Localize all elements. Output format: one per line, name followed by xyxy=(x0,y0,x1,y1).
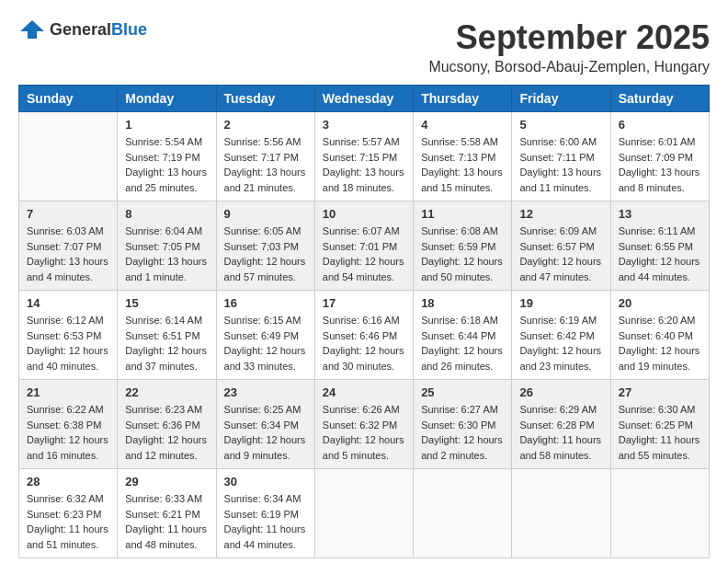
day-info: Sunrise: 6:07 AM Sunset: 7:01 PM Dayligh… xyxy=(323,224,405,284)
calendar-cell: 21Sunrise: 6:22 AM Sunset: 6:38 PM Dayli… xyxy=(19,380,118,469)
day-number: 20 xyxy=(619,296,701,310)
day-info: Sunrise: 6:27 AM Sunset: 6:30 PM Dayligh… xyxy=(421,402,504,463)
calendar-cell: 26Sunrise: 6:29 AM Sunset: 6:28 PM Dayli… xyxy=(512,380,610,469)
calendar-cell: 16Sunrise: 6:15 AM Sunset: 6:49 PM Dayli… xyxy=(216,291,314,380)
day-number: 4 xyxy=(421,118,504,132)
location-title: Mucsony, Borsod-Abauj-Zemplen, Hungary xyxy=(428,59,710,75)
day-info: Sunrise: 6:00 AM Sunset: 7:11 PM Dayligh… xyxy=(519,134,602,195)
day-number: 16 xyxy=(224,296,307,310)
day-info: Sunrise: 6:11 AM Sunset: 6:55 PM Dayligh… xyxy=(619,224,701,284)
calendar-week-row: 28Sunrise: 6:32 AM Sunset: 6:23 PM Dayli… xyxy=(19,469,710,558)
calendar-cell: 10Sunrise: 6:07 AM Sunset: 7:01 PM Dayli… xyxy=(314,201,413,291)
day-info: Sunrise: 6:20 AM Sunset: 6:40 PM Dayligh… xyxy=(619,313,701,373)
weekday-header-sunday: Sunday xyxy=(19,86,118,112)
calendar-cell: 25Sunrise: 6:27 AM Sunset: 6:30 PM Dayli… xyxy=(414,380,512,469)
day-number: 8 xyxy=(125,207,208,221)
day-number: 27 xyxy=(619,385,701,399)
day-info: Sunrise: 6:32 AM Sunset: 6:23 PM Dayligh… xyxy=(27,491,109,552)
day-info: Sunrise: 6:08 AM Sunset: 6:59 PM Dayligh… xyxy=(421,224,504,284)
day-number: 25 xyxy=(421,385,504,399)
calendar-cell: 3Sunrise: 5:57 AM Sunset: 7:15 PM Daylig… xyxy=(314,112,413,201)
logo-icon xyxy=(18,18,46,40)
day-info: Sunrise: 6:34 AM Sunset: 6:19 PM Dayligh… xyxy=(224,491,307,552)
calendar-cell: 22Sunrise: 6:23 AM Sunset: 6:36 PM Dayli… xyxy=(118,380,216,469)
svg-marker-0 xyxy=(20,20,44,39)
calendar-cell: 12Sunrise: 6:09 AM Sunset: 6:57 PM Dayli… xyxy=(512,201,610,291)
calendar-cell: 4Sunrise: 5:58 AM Sunset: 7:13 PM Daylig… xyxy=(414,112,512,201)
day-info: Sunrise: 6:16 AM Sunset: 6:46 PM Dayligh… xyxy=(323,313,405,373)
day-info: Sunrise: 6:22 AM Sunset: 6:38 PM Dayligh… xyxy=(27,402,109,463)
day-info: Sunrise: 6:14 AM Sunset: 6:51 PM Dayligh… xyxy=(125,313,208,373)
day-info: Sunrise: 5:56 AM Sunset: 7:17 PM Dayligh… xyxy=(224,134,307,195)
calendar-cell xyxy=(414,469,512,558)
calendar-cell: 15Sunrise: 6:14 AM Sunset: 6:51 PM Dayli… xyxy=(118,291,216,380)
calendar-cell: 30Sunrise: 6:34 AM Sunset: 6:19 PM Dayli… xyxy=(216,469,314,558)
calendar-week-row: 21Sunrise: 6:22 AM Sunset: 6:38 PM Dayli… xyxy=(19,380,710,469)
weekday-header-thursday: Thursday xyxy=(414,86,512,112)
calendar-cell: 2Sunrise: 5:56 AM Sunset: 7:17 PM Daylig… xyxy=(216,112,314,201)
day-number: 13 xyxy=(619,207,701,221)
day-number: 30 xyxy=(224,475,307,488)
weekday-header-friday: Friday xyxy=(512,86,610,112)
day-info: Sunrise: 6:05 AM Sunset: 7:03 PM Dayligh… xyxy=(224,224,307,284)
calendar-cell: 29Sunrise: 6:33 AM Sunset: 6:21 PM Dayli… xyxy=(118,469,216,558)
calendar-cell: 7Sunrise: 6:03 AM Sunset: 7:07 PM Daylig… xyxy=(19,201,118,291)
calendar-cell xyxy=(314,469,413,558)
day-info: Sunrise: 6:26 AM Sunset: 6:32 PM Dayligh… xyxy=(323,402,405,463)
calendar-cell: 24Sunrise: 6:26 AM Sunset: 6:32 PM Dayli… xyxy=(314,380,413,469)
day-info: Sunrise: 6:18 AM Sunset: 6:44 PM Dayligh… xyxy=(421,313,504,373)
day-info: Sunrise: 5:58 AM Sunset: 7:13 PM Dayligh… xyxy=(421,134,504,195)
day-number: 6 xyxy=(619,118,701,132)
calendar-table: SundayMondayTuesdayWednesdayThursdayFrid… xyxy=(18,85,710,558)
day-info: Sunrise: 6:25 AM Sunset: 6:34 PM Dayligh… xyxy=(224,402,307,463)
calendar-cell: 13Sunrise: 6:11 AM Sunset: 6:55 PM Dayli… xyxy=(610,201,709,291)
calendar-cell xyxy=(512,469,610,558)
weekday-header-tuesday: Tuesday xyxy=(216,86,314,112)
calendar-cell: 8Sunrise: 6:04 AM Sunset: 7:05 PM Daylig… xyxy=(118,201,216,291)
day-number: 9 xyxy=(224,207,307,221)
weekday-header-monday: Monday xyxy=(118,86,216,112)
logo-text-general: General xyxy=(50,20,111,39)
day-number: 15 xyxy=(125,296,208,310)
weekday-header-row: SundayMondayTuesdayWednesdayThursdayFrid… xyxy=(19,86,710,112)
day-info: Sunrise: 6:01 AM Sunset: 7:09 PM Dayligh… xyxy=(619,134,701,195)
day-info: Sunrise: 6:12 AM Sunset: 6:53 PM Dayligh… xyxy=(27,313,109,373)
day-number: 21 xyxy=(27,385,109,399)
day-number: 1 xyxy=(125,118,208,132)
day-number: 29 xyxy=(125,475,208,488)
day-info: Sunrise: 5:57 AM Sunset: 7:15 PM Dayligh… xyxy=(323,134,405,195)
day-number: 24 xyxy=(323,385,405,399)
calendar-cell: 23Sunrise: 6:25 AM Sunset: 6:34 PM Dayli… xyxy=(216,380,314,469)
calendar-cell: 14Sunrise: 6:12 AM Sunset: 6:53 PM Dayli… xyxy=(19,291,118,380)
calendar-cell: 9Sunrise: 6:05 AM Sunset: 7:03 PM Daylig… xyxy=(216,201,314,291)
calendar-cell: 20Sunrise: 6:20 AM Sunset: 6:40 PM Dayli… xyxy=(610,291,709,380)
day-info: Sunrise: 6:15 AM Sunset: 6:49 PM Dayligh… xyxy=(224,313,307,373)
month-title: September 2025 xyxy=(428,18,710,57)
day-info: Sunrise: 6:09 AM Sunset: 6:57 PM Dayligh… xyxy=(519,224,602,284)
calendar-cell: 11Sunrise: 6:08 AM Sunset: 6:59 PM Dayli… xyxy=(414,201,512,291)
calendar-cell: 1Sunrise: 5:54 AM Sunset: 7:19 PM Daylig… xyxy=(118,112,216,201)
title-section: September 2025 Mucsony, Borsod-Abauj-Zem… xyxy=(428,18,710,75)
weekday-header-wednesday: Wednesday xyxy=(314,86,413,112)
day-number: 18 xyxy=(421,296,504,310)
calendar-cell: 6Sunrise: 6:01 AM Sunset: 7:09 PM Daylig… xyxy=(610,112,709,201)
day-number: 17 xyxy=(323,296,405,310)
day-number: 28 xyxy=(27,475,109,488)
day-info: Sunrise: 6:23 AM Sunset: 6:36 PM Dayligh… xyxy=(125,402,208,463)
calendar-cell: 19Sunrise: 6:19 AM Sunset: 6:42 PM Dayli… xyxy=(512,291,610,380)
day-number: 10 xyxy=(323,207,405,221)
calendar-week-row: 14Sunrise: 6:12 AM Sunset: 6:53 PM Dayli… xyxy=(19,291,710,380)
day-number: 14 xyxy=(27,296,109,310)
day-info: Sunrise: 5:54 AM Sunset: 7:19 PM Dayligh… xyxy=(125,134,208,195)
day-info: Sunrise: 6:04 AM Sunset: 7:05 PM Dayligh… xyxy=(125,224,208,284)
logo: GeneralBlue xyxy=(18,18,147,40)
calendar-cell: 17Sunrise: 6:16 AM Sunset: 6:46 PM Dayli… xyxy=(314,291,413,380)
calendar-cell: 5Sunrise: 6:00 AM Sunset: 7:11 PM Daylig… xyxy=(512,112,610,201)
day-number: 22 xyxy=(125,385,208,399)
day-number: 19 xyxy=(519,296,602,310)
day-number: 2 xyxy=(224,118,307,132)
day-number: 5 xyxy=(519,118,602,132)
calendar-week-row: 7Sunrise: 6:03 AM Sunset: 7:07 PM Daylig… xyxy=(19,201,710,291)
day-number: 11 xyxy=(421,207,504,221)
day-info: Sunrise: 6:30 AM Sunset: 6:25 PM Dayligh… xyxy=(619,402,701,463)
